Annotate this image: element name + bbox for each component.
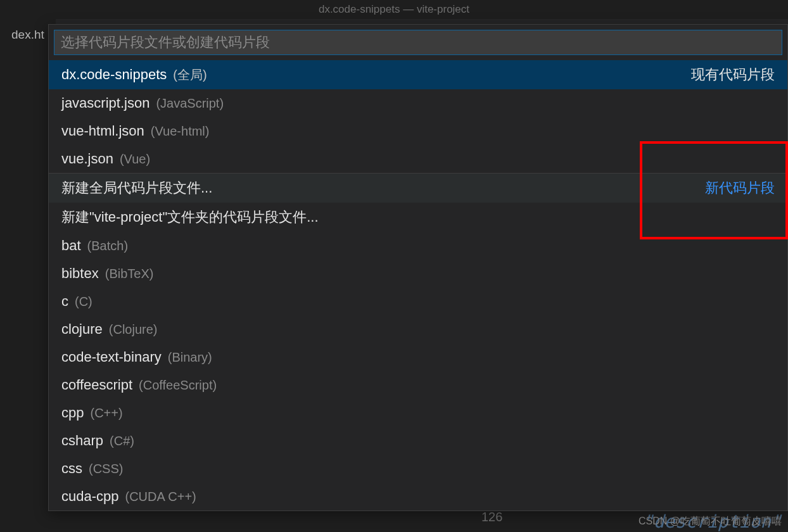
item-left: javascript.json(JavaScript) <box>61 95 224 111</box>
list-item[interactable]: bibtex(BibTeX) <box>49 260 787 288</box>
item-name: coffeescript <box>61 377 132 393</box>
item-left: vue-html.json(Vue-html) <box>61 123 209 139</box>
item-left: vue.json(Vue) <box>61 151 150 167</box>
item-left: cuda-cpp(CUDA C++) <box>61 488 196 505</box>
item-name: cuda-cpp <box>61 488 119 505</box>
item-name: dx.code-snippets <box>61 66 167 83</box>
item-detail: (Vue) <box>120 152 150 167</box>
watermark: CSDN @吃葡萄不吐葡萄皮嘻嘻 <box>639 515 782 528</box>
title-text: dx.code-snippets — vite-project <box>319 3 469 16</box>
item-name: csharp <box>61 433 103 449</box>
list-item[interactable]: javascript.json(JavaScript) <box>49 89 787 117</box>
item-left: coffeescript(CoffeeScript) <box>61 377 217 393</box>
item-name: css <box>61 460 82 477</box>
list-item[interactable]: code-text-binary(Binary) <box>49 343 787 371</box>
item-left: clojure(Clojure) <box>61 321 158 338</box>
item-detail: (Binary) <box>168 350 212 365</box>
item-detail: (Batch) <box>87 239 128 253</box>
list-item[interactable]: css(CSS) <box>49 455 787 483</box>
list-item[interactable]: vue-html.json(Vue-html) <box>49 117 787 145</box>
item-detail: (JavaScript) <box>156 96 224 111</box>
item-left: c(C) <box>61 293 92 310</box>
list-item[interactable]: 新建全局代码片段文件...新代码片段 <box>49 173 787 203</box>
list-item[interactable]: bat(Batch) <box>49 232 787 260</box>
section-label: 现有代码片段 <box>691 65 775 84</box>
item-name: 新建"vite-project"文件夹的代码片段文件... <box>61 208 319 227</box>
editor-tab[interactable]: dex.ht <box>0 19 56 51</box>
snippet-list: dx.code-snippets(全局)现有代码片段javascript.jso… <box>49 60 787 510</box>
quick-input-widget: dx.code-snippets(全局)现有代码片段javascript.jso… <box>48 24 788 511</box>
item-left: bat(Batch) <box>61 238 128 254</box>
item-detail: (CUDA C++) <box>125 490 196 504</box>
title-bar: dx.code-snippets — vite-project <box>0 0 788 19</box>
item-name: code-text-binary <box>61 349 162 365</box>
tab-label: dex.ht <box>11 28 44 42</box>
item-left: dx.code-snippets(全局) <box>61 66 207 84</box>
item-name: 新建全局代码片段文件... <box>61 179 212 198</box>
item-detail: (Vue-html) <box>151 124 210 139</box>
snippet-search-input[interactable] <box>54 30 782 55</box>
item-left: bibtex(BibTeX) <box>61 265 153 282</box>
list-item[interactable]: coffeescript(CoffeeScript) <box>49 371 787 399</box>
list-item[interactable]: clojure(Clojure) <box>49 315 787 343</box>
item-left: cpp(C++) <box>61 405 123 421</box>
item-name: vue.json <box>61 151 113 167</box>
list-item[interactable]: dx.code-snippets(全局)现有代码片段 <box>49 60 787 89</box>
item-left: 新建全局代码片段文件... <box>61 179 212 198</box>
item-name: bat <box>61 238 81 254</box>
item-detail: (CoffeeScript) <box>139 378 217 393</box>
list-item[interactable]: cpp(C++) <box>49 399 787 427</box>
list-item[interactable]: 新建"vite-project"文件夹的代码片段文件... <box>49 203 787 232</box>
item-left: 新建"vite-project"文件夹的代码片段文件... <box>61 208 319 227</box>
item-detail: (C++) <box>90 406 122 421</box>
item-name: javascript.json <box>61 95 149 111</box>
item-name: cpp <box>61 405 84 421</box>
item-detail: (全局) <box>173 66 207 84</box>
item-detail: (C) <box>75 294 92 309</box>
list-item[interactable]: vue.json(Vue) <box>49 145 787 173</box>
item-name: clojure <box>61 321 103 338</box>
item-left: csharp(C#) <box>61 433 134 449</box>
item-detail: (Clojure) <box>109 322 158 337</box>
item-detail: (C#) <box>110 434 134 448</box>
list-item[interactable]: c(C) <box>49 288 787 315</box>
list-item[interactable]: cuda-cpp(CUDA C++) <box>49 483 787 510</box>
item-name: bibtex <box>61 265 99 282</box>
list-item[interactable]: csharp(C#) <box>49 427 787 455</box>
item-name: c <box>61 293 68 310</box>
item-detail: (CSS) <box>89 462 123 476</box>
item-detail: (BibTeX) <box>105 267 154 281</box>
section-label: 新代码片段 <box>705 179 775 198</box>
item-left: css(CSS) <box>61 460 123 477</box>
item-left: code-text-binary(Binary) <box>61 349 212 365</box>
item-name: vue-html.json <box>61 123 144 139</box>
